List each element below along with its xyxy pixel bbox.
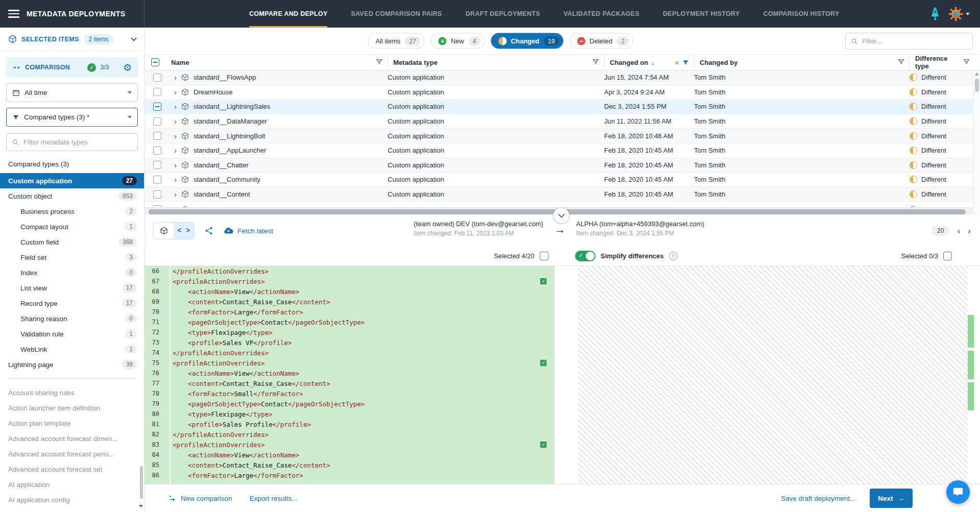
line-selected-checkbox[interactable]: ✓ (539, 359, 547, 367)
filter-funnel-icon[interactable] (963, 58, 970, 66)
expand-chevron-icon[interactable]: › (174, 117, 177, 125)
sidebar-item-validation-rule[interactable]: Validation rule1 (0, 326, 144, 342)
row-checkbox[interactable] (153, 88, 161, 96)
expand-chevron-icon[interactable]: › (174, 176, 177, 183)
chat-widget-button[interactable] (946, 480, 970, 504)
diff-minimap[interactable] (968, 266, 974, 484)
selected-items-header[interactable]: SELECTED ITEMS 2 items (0, 28, 144, 51)
table-row[interactable]: ›standard__LightningSalesCustom applicat… (145, 100, 980, 114)
collapse-panel-button[interactable] (553, 207, 569, 224)
time-filter-select[interactable]: All time (6, 83, 138, 102)
nav-tab-deployment-history[interactable]: DEPLOYMENT HISTORY (663, 0, 740, 28)
rocket-icon[interactable] (930, 7, 940, 21)
table-row[interactable]: ›standard__Custom applicationFeb 18, 202… (145, 202, 980, 207)
expand-chevron-icon[interactable]: › (174, 190, 177, 198)
save-draft-button[interactable]: Save draft deployment... (781, 495, 855, 502)
row-checkbox[interactable] (153, 190, 161, 199)
filter-funnel-icon[interactable] (592, 58, 599, 66)
sidebar-item-advanced-account-forecast-perio-[interactable]: Advanced account forecast perio... (0, 446, 144, 461)
table-row[interactable]: ›standard__DataManagerCustom application… (145, 114, 980, 129)
sidebar-item-list-view[interactable]: List view17 (0, 280, 144, 296)
table-row[interactable]: ›standard__ChatterCustom applicationFeb … (145, 158, 980, 173)
sidebar-scrollbar[interactable] (140, 466, 143, 499)
fetch-latest-button[interactable]: Fetch latest (224, 227, 273, 235)
sidebar-item-custom-field[interactable]: Custom field368 (0, 234, 144, 250)
hamburger-menu-icon[interactable] (8, 10, 19, 18)
table-row[interactable]: ›DreamHouseCustom applicationApr 3, 2024… (145, 85, 980, 100)
sidebar-item-compact-layout[interactable]: Compact layout1 (0, 219, 144, 234)
nav-tab-compare-and-deploy[interactable]: COMPARE AND DEPLOY (249, 0, 327, 28)
sidebar-item-account-sharing-rules[interactable]: Account sharing rules (0, 385, 144, 400)
next-button[interactable]: Next→ (870, 489, 913, 508)
line-selected-checkbox[interactable]: ✓ (539, 277, 547, 285)
help-icon[interactable]: ? (669, 252, 678, 260)
expand-chevron-icon[interactable]: › (174, 103, 177, 110)
expand-chevron-icon[interactable]: › (174, 147, 177, 154)
sort-desc-icon[interactable]: ↓ (651, 59, 655, 66)
sidebar-item-business-process[interactable]: Business process2 (0, 204, 144, 219)
sidebar-item-ai-application[interactable]: AI application (0, 477, 144, 492)
scrollbar-down-arrow[interactable] (139, 505, 143, 508)
source-select-checkbox[interactable] (540, 252, 548, 260)
code-view-button[interactable]: < > (174, 223, 194, 239)
row-checkbox[interactable] (153, 117, 161, 126)
row-checkbox[interactable] (153, 132, 161, 140)
gear-icon[interactable]: ⚙ (123, 63, 132, 72)
row-checkbox[interactable] (153, 161, 161, 169)
user-menu[interactable] (948, 7, 970, 21)
table-row[interactable]: ›standard__AppLauncherCustom application… (145, 143, 980, 158)
chip-new[interactable]: +New4 (431, 33, 485, 49)
target-select-checkbox[interactable] (943, 252, 952, 260)
row-checkbox[interactable] (153, 103, 161, 111)
source-code-pane[interactable]: 66</profileActionOverrides>67<profileAct… (145, 266, 555, 484)
sidebar-item-custom-object[interactable]: Custom object853 (0, 188, 144, 204)
export-results-button[interactable]: Export results... (250, 495, 298, 502)
types-filter-select[interactable]: Compared types (3) * (6, 108, 138, 127)
sidebar-item-record-type[interactable]: Record type17 (0, 296, 144, 311)
filter-funnel-icon[interactable] (898, 58, 904, 66)
expand-chevron-icon[interactable]: › (174, 74, 177, 81)
filter-funnel-icon[interactable] (376, 58, 383, 66)
new-comparison-button[interactable]: New comparison (169, 495, 232, 502)
previous-diff-button[interactable]: ‹ (958, 227, 961, 235)
sidebar-item-advanced-account-forecast-dimen-[interactable]: Advanced account forecast dimen... (0, 431, 144, 446)
chip-changed[interactable]: Changed19 (491, 33, 563, 49)
sidebar-item-action-plan-template[interactable]: Action plan template (0, 416, 144, 431)
expand-chevron-icon[interactable]: › (174, 88, 177, 96)
sidebar-item-field-set[interactable]: Field set3 (0, 250, 144, 265)
line-selected-checkbox[interactable]: ✓ (539, 441, 547, 449)
next-diff-button[interactable]: › (968, 227, 971, 235)
table-row[interactable]: ›standard__ContentCustom applicationFeb … (145, 187, 980, 202)
sidebar-item-ai-application-config[interactable]: AI application config (0, 492, 144, 507)
share-button[interactable] (204, 226, 213, 235)
chip-all-items[interactable]: All items27 (368, 33, 424, 49)
sidebar-item-lightning-page[interactable]: Lightning page39 (0, 357, 144, 372)
sidebar-item-sharing-reason[interactable]: Sharing reason0 (0, 311, 144, 326)
scrollbar-thumb[interactable] (975, 79, 979, 92)
table-row[interactable]: ›standard__FlowsAppCustom applicationJun… (145, 70, 980, 85)
nav-tab-comparison-history[interactable]: COMPARISON HISTORY (763, 0, 840, 28)
sidebar-item-advanced-account-forecast-set[interactable]: Advanced account forecast set (0, 461, 144, 477)
expand-chevron-icon[interactable]: › (174, 161, 177, 169)
row-checkbox[interactable] (153, 176, 161, 184)
expand-chevron-icon[interactable]: › (174, 132, 177, 140)
sidebar-item-custom-application[interactable]: Custom application27 (0, 173, 144, 188)
simplify-toggle[interactable]: ✓ (575, 251, 595, 261)
col-changed-on[interactable]: Changed on (610, 59, 648, 66)
table-row[interactable]: ›standard__CommunityCustom applicationFe… (145, 173, 980, 187)
comparison-section-header[interactable]: COMPARISON ✓ 3/3 ⚙ (6, 57, 138, 78)
table-filter-input[interactable]: Filter... (845, 33, 973, 50)
vertical-scrollbar[interactable] (973, 70, 980, 214)
nav-tab-saved-comparison-pairs[interactable]: SAVED COMPARISON PAIRS (351, 0, 442, 28)
nav-tab-validated-packages[interactable]: VALIDATED PACKAGES (564, 0, 639, 28)
clear-filter-icon[interactable]: × (675, 58, 679, 67)
nav-tab-draft-deployments[interactable]: DRAFT DEPLOYMENTS (465, 0, 540, 28)
sidebar-item-index[interactable]: Index0 (0, 265, 144, 280)
row-checkbox[interactable] (153, 147, 161, 155)
table-row[interactable]: ›standard__LightningBoltCustom applicati… (145, 129, 980, 143)
select-all-checkbox[interactable] (151, 58, 159, 66)
row-checkbox[interactable] (153, 74, 161, 82)
metadata-type-search[interactable]: Filter metadata types (6, 133, 138, 151)
sidebar-item-action-launcher-item-definition[interactable]: Action launcher item definition (0, 400, 144, 416)
sidebar-item-weblink[interactable]: WebLink1 (0, 342, 144, 357)
